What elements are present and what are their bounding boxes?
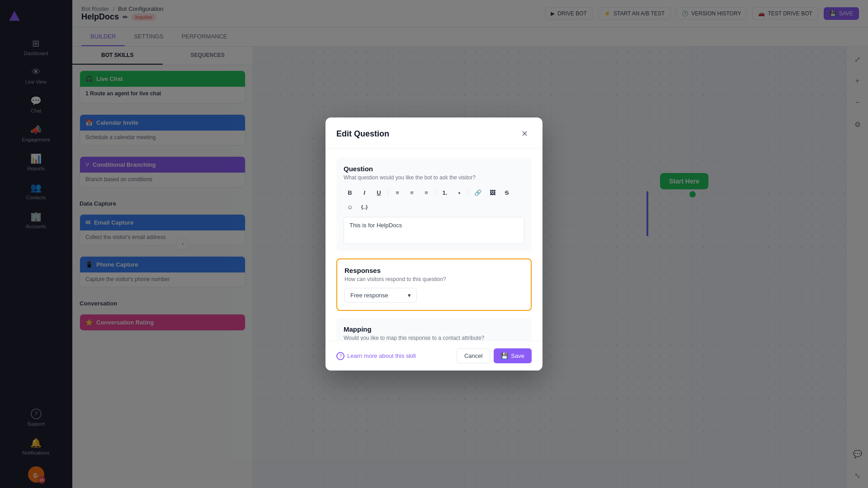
strikethrough-button[interactable]: S xyxy=(500,186,513,199)
modal-body: Question What question would you like th… xyxy=(326,149,542,341)
responses-sub: How can visitors respond to this questio… xyxy=(344,276,524,282)
align-right-button[interactable]: ≡ xyxy=(420,186,433,199)
editor-toolbar: B I U ≡ ≡ ≡ 1. • 🔗 🖼 S ☺ {..} xyxy=(344,186,524,213)
modal-save-button[interactable]: 💾 Save xyxy=(494,348,532,363)
toolbar-separator-1 xyxy=(388,188,388,197)
question-sub: What question would you like the bot to … xyxy=(344,174,524,181)
learn-icon: ? xyxy=(336,352,344,360)
question-heading: Question xyxy=(344,165,524,173)
close-icon: ✕ xyxy=(521,129,528,139)
mapping-sub: Would you like to map this response to a… xyxy=(344,335,524,341)
ordered-list-button[interactable]: 1. xyxy=(439,186,451,199)
question-section: Question What question would you like th… xyxy=(336,158,532,251)
mapping-heading: Mapping xyxy=(344,325,524,333)
responses-heading: Responses xyxy=(344,267,524,274)
footer-buttons: Cancel 💾 Save xyxy=(457,348,532,363)
cancel-button[interactable]: Cancel xyxy=(457,348,490,363)
emoji-button[interactable]: ☺ xyxy=(344,201,356,213)
align-center-button[interactable]: ≡ xyxy=(406,186,418,199)
modal-close-button[interactable]: ✕ xyxy=(517,127,532,141)
unordered-list-button[interactable]: • xyxy=(453,186,466,199)
learn-more-link[interactable]: ? Learn more about this skill xyxy=(336,352,416,360)
response-type-value: Free response xyxy=(350,292,388,299)
modal-save-icon: 💾 xyxy=(501,352,508,359)
image-button[interactable]: 🖼 xyxy=(486,186,499,199)
toolbar-separator-2 xyxy=(435,188,436,197)
variable-button[interactable]: {..} xyxy=(358,201,371,213)
toolbar-separator-3 xyxy=(468,188,469,197)
response-type-dropdown[interactable]: Free response ▾ xyxy=(344,288,417,303)
align-left-button[interactable]: ≡ xyxy=(391,186,404,199)
question-editor[interactable]: This is for HelpDocs xyxy=(344,217,524,244)
modal-footer: ? Learn more about this skill Cancel 💾 S… xyxy=(326,341,542,371)
bold-button[interactable]: B xyxy=(344,186,356,199)
underline-button[interactable]: U xyxy=(373,186,385,199)
link-button[interactable]: 🔗 xyxy=(472,186,484,199)
italic-button[interactable]: I xyxy=(358,186,371,199)
mapping-section: Mapping Would you like to map this respo… xyxy=(336,318,532,341)
dropdown-arrow-icon: ▾ xyxy=(408,292,411,299)
modal-title: Edit Question xyxy=(336,129,389,139)
edit-question-modal: Edit Question ✕ Question What question w… xyxy=(326,117,542,371)
modal-header: Edit Question ✕ xyxy=(326,117,542,149)
modal-overlay: Edit Question ✕ Question What question w… xyxy=(0,0,868,488)
responses-section: Responses How can visitors respond to th… xyxy=(336,258,532,311)
